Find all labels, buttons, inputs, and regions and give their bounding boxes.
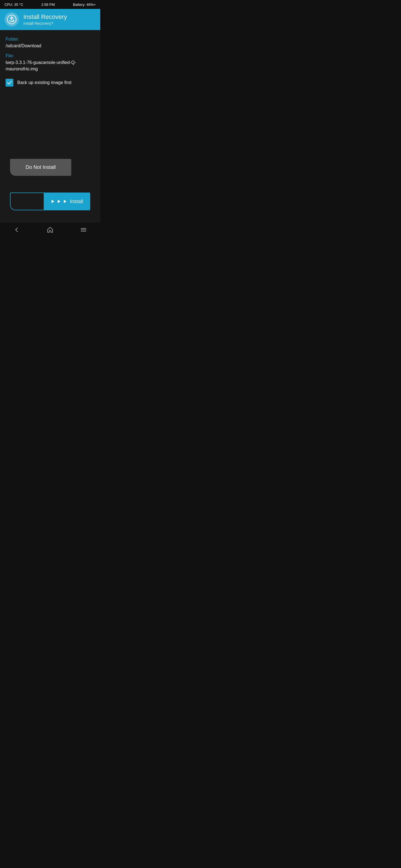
swipe-left-area bbox=[10, 193, 44, 210]
home-button[interactable] bbox=[40, 224, 60, 235]
arrow2-icon bbox=[57, 199, 62, 204]
do-not-install-button[interactable]: Do Not Install bbox=[10, 159, 71, 176]
back-icon bbox=[13, 226, 20, 233]
app-icon bbox=[4, 12, 19, 27]
backup-checkbox-row[interactable]: Back up existing image first bbox=[6, 79, 95, 87]
file-value: twrp-3.3.1-76-guacamole-unified-Q-mauron… bbox=[6, 60, 95, 72]
battery-status: Battery: 46%+ bbox=[73, 2, 96, 7]
svg-marker-3 bbox=[64, 200, 66, 203]
swipe-arrows bbox=[50, 199, 68, 204]
menu-icon bbox=[80, 226, 87, 233]
app-subtitle: Install Recovery? bbox=[23, 21, 67, 26]
svg-marker-2 bbox=[58, 200, 60, 203]
swipe-label: Install bbox=[70, 199, 83, 205]
back-button[interactable] bbox=[7, 224, 27, 235]
nav-bar bbox=[0, 223, 100, 237]
app-header: Install Recovery Install Recovery? bbox=[0, 9, 100, 30]
backup-checkbox[interactable] bbox=[6, 79, 13, 87]
folder-label: Folder: bbox=[6, 37, 95, 42]
cpu-status: CPU: 35 °C bbox=[4, 2, 23, 7]
menu-button[interactable] bbox=[74, 224, 93, 235]
folder-value: /sdcard/Download bbox=[6, 43, 95, 49]
file-label: File: bbox=[6, 54, 95, 58]
swipe-right-area: Install bbox=[44, 193, 90, 210]
time-status: 2:58 PM bbox=[41, 2, 55, 7]
svg-marker-1 bbox=[52, 200, 54, 203]
backup-checkbox-label: Back up existing image first bbox=[17, 80, 71, 85]
app-title: Install Recovery bbox=[23, 13, 67, 21]
arrow3-icon bbox=[63, 199, 68, 204]
arrow1-icon bbox=[50, 199, 56, 204]
home-icon bbox=[47, 226, 54, 233]
swipe-install-container[interactable]: Install bbox=[10, 192, 90, 210]
header-text: Install Recovery Install Recovery? bbox=[23, 13, 67, 26]
status-bar: CPU: 35 °C 2:58 PM Battery: 46%+ bbox=[0, 0, 100, 9]
main-content: Folder: /sdcard/Download File: twrp-3.3.… bbox=[0, 30, 100, 223]
